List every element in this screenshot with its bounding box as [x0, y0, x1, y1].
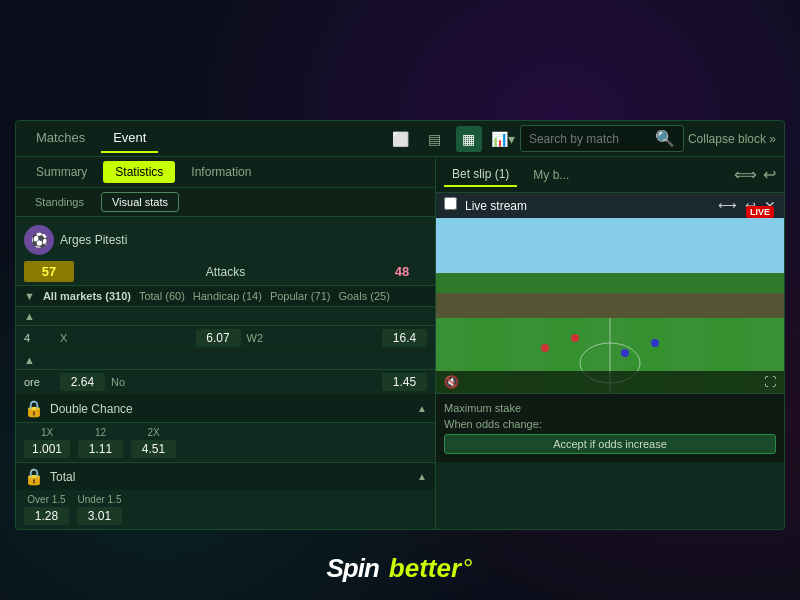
total-grid: Over 1.5 1.28 Under 1.5 3.01: [16, 490, 435, 529]
dc-label-1x: 1X: [41, 427, 53, 438]
stake-area: Maximum stake When odds change: Accept i…: [436, 393, 784, 462]
my-bets-tab[interactable]: My b...: [525, 164, 577, 186]
content-area: Summary Statistics Information Standings…: [16, 157, 784, 529]
logo-s: S: [327, 553, 343, 583]
total-val-over[interactable]: 1.28: [24, 507, 69, 525]
search-input[interactable]: [529, 132, 649, 146]
total-item-under: Under 1.5 3.01: [77, 494, 122, 525]
total-val-under[interactable]: 3.01: [77, 507, 122, 525]
dc-label-2x: 2X: [147, 427, 159, 438]
stat-right-attacks: 48: [377, 261, 427, 282]
stream-video: LIVE: [436, 193, 784, 393]
stat-left-attacks: 57: [24, 261, 74, 282]
expand-icon[interactable]: ⛶: [764, 375, 776, 389]
bar-chart-icon[interactable]: ▦: [456, 126, 482, 152]
stream-arrows-icon[interactable]: ⟷: [718, 198, 737, 213]
top-nav-bar: Matches Event ⬜ ▤ ▦ 📊▾ 🔍 Collapse block …: [16, 121, 784, 157]
odds-row-1: 4 X 6.07 W2 16.4: [16, 326, 435, 351]
team-name: Arges Pitesti: [60, 233, 127, 247]
svg-point-15: [541, 344, 549, 352]
expand-markets-icon[interactable]: ▼: [24, 290, 35, 302]
double-chance-grid: 1X 1.001 12 1.11 2X 4.51: [16, 423, 435, 462]
logo-better-text: better: [389, 553, 461, 584]
team-logo: ⚽: [24, 225, 54, 255]
standings-tab[interactable]: Standings: [24, 192, 95, 212]
total-item-over: Over 1.5 1.28: [24, 494, 69, 525]
odds-val-w2[interactable]: 16.4: [382, 329, 427, 347]
goals-filter[interactable]: Goals (25): [338, 290, 389, 302]
odds-row1-right-label: W2: [247, 332, 377, 344]
field-svg: [436, 193, 784, 393]
total-title: Total: [50, 470, 411, 484]
odds-change-label: When odds change:: [444, 418, 542, 430]
stat-row-attacks: 57 Attacks 48: [24, 261, 427, 282]
popular-filter[interactable]: Popular (71): [270, 290, 331, 302]
tab-matches[interactable]: Matches: [24, 124, 97, 153]
double-chance-expand[interactable]: ▲: [417, 403, 427, 414]
stream-checkbox[interactable]: [444, 197, 457, 210]
visual-stats-tab[interactable]: Visual stats: [101, 192, 179, 212]
team-logo-icon: ⚽: [31, 232, 48, 248]
total-filter[interactable]: Total (60): [139, 290, 185, 302]
total-expand[interactable]: ▲: [417, 471, 427, 482]
odds-val-2-center[interactable]: 2.64: [60, 373, 105, 391]
right-panel: Bet slip (1) My b... ⟺ ↩ Live stream ⟷ ↩…: [436, 157, 784, 529]
svg-point-17: [571, 334, 579, 342]
tab-event[interactable]: Event: [101, 124, 158, 153]
logo-dot: °: [463, 553, 473, 584]
live-stream-title: Live stream: [465, 199, 710, 213]
lock-icon-total: 🔒: [24, 467, 44, 486]
dc-val-12[interactable]: 1.11: [78, 440, 123, 458]
total-header: 🔒 Total ▲: [16, 462, 435, 490]
logo-pin: pin: [343, 553, 379, 583]
left-panel: Summary Statistics Information Standings…: [16, 157, 436, 529]
odds-val-x[interactable]: 6.07: [196, 329, 241, 347]
odds-row2-right-label: No: [111, 376, 376, 388]
svg-rect-14: [436, 293, 784, 318]
collapse-button[interactable]: Collapse block »: [688, 132, 776, 146]
live-badge-overlay: LIVE: [746, 201, 774, 219]
all-markets-filter[interactable]: All markets (310): [43, 290, 131, 302]
bet-slip-bar: Bet slip (1) My b... ⟺ ↩: [436, 157, 784, 193]
bet-slip-icons: ⟺ ↩: [734, 165, 776, 184]
max-stake-row: Maximum stake: [444, 402, 776, 414]
double-chance-header: 🔒 Double Chance ▲: [16, 395, 435, 423]
tab-summary[interactable]: Summary: [24, 161, 99, 183]
back-icon[interactable]: ↩: [763, 165, 776, 184]
tab-statistics[interactable]: Statistics: [103, 161, 175, 183]
live-badge: LIVE: [746, 206, 774, 218]
handicap-filter[interactable]: Handicap (14): [193, 290, 262, 302]
bottom-logo: Spin better°: [327, 553, 474, 584]
volume-icon[interactable]: 🔇: [444, 375, 459, 389]
double-chance-title: Double Chance: [50, 402, 411, 416]
team-info: ⚽ Arges Pitesti: [24, 225, 427, 255]
odds-row2-left: ore: [24, 376, 54, 388]
move-icon[interactable]: ⟺: [734, 165, 757, 184]
nav-icons: ⬜ ▤ ▦ 📊▾: [388, 126, 516, 152]
odds-row1-center-label: X: [60, 332, 190, 344]
monitor-icon[interactable]: ⬜: [388, 126, 414, 152]
standings-bar: Standings Visual stats: [16, 188, 435, 217]
tab-information[interactable]: Information: [179, 161, 263, 183]
accept-odds-button[interactable]: Accept if odds increase: [444, 434, 776, 454]
live-stream-header: Live stream ⟷ ↩ ✕: [436, 193, 784, 218]
total-section: 🔒 Total ▲ Over 1.5 1.28 Under 1.5 3.01: [16, 462, 435, 529]
section-expand-2[interactable]: ▲: [16, 351, 435, 370]
chart-dropdown-icon[interactable]: 📊▾: [490, 126, 516, 152]
odds-val-no[interactable]: 1.45: [382, 373, 427, 391]
dc-val-2x[interactable]: 4.51: [131, 440, 176, 458]
sub-nav: Summary Statistics Information: [16, 157, 435, 188]
layout-icon[interactable]: ▤: [422, 126, 448, 152]
search-icon: 🔍: [655, 129, 675, 148]
svg-point-16: [621, 349, 629, 357]
dc-val-1x[interactable]: 1.001: [24, 440, 70, 458]
max-stake-label: Maximum stake: [444, 402, 521, 414]
dc-item-2x: 2X 4.51: [131, 427, 176, 458]
section-expand-1[interactable]: ▲: [16, 307, 435, 326]
stats-area: ⚽ Arges Pitesti 57 Attacks 48 40 Dangero…: [16, 217, 435, 285]
total-label-under: Under 1.5: [78, 494, 122, 505]
stream-checkbox-area: [444, 197, 457, 210]
expand-icon-2: ▲: [24, 354, 35, 366]
bet-slip-tab[interactable]: Bet slip (1): [444, 163, 517, 187]
lock-icon: 🔒: [24, 399, 44, 418]
